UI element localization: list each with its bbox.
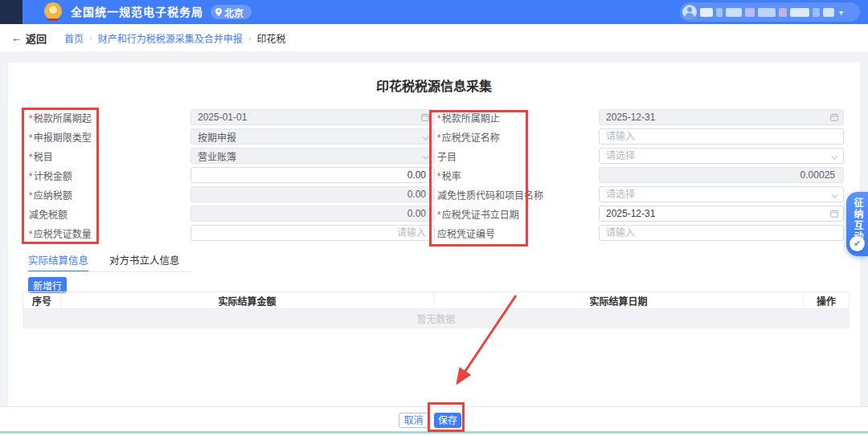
redacted-user-info: [745, 8, 755, 17]
required-mark: *: [437, 210, 441, 221]
form-row: *税目: [23, 146, 435, 165]
field-label: *应税凭证名称: [432, 130, 599, 144]
taxable-certificate-name-input[interactable]: [599, 128, 844, 145]
main-card: 印花税税源信息采集 *税款所属期起 *申报期限类型 *税目 *计税金额 *应纳: [8, 63, 860, 406]
detail-tabs: 实际结算信息 对方书立人信息: [28, 252, 180, 272]
add-row-button[interactable]: 新增行: [28, 277, 67, 293]
column-header-date: 实际结算日期: [434, 292, 804, 308]
corner-block: [0, 0, 23, 24]
field-label: *应税凭证数量: [23, 226, 190, 240]
field-label: 减免性质代码和项目名称: [432, 188, 599, 202]
page-title: 印花税税源信息采集: [8, 75, 860, 95]
required-mark: *: [437, 171, 441, 182]
form-row: *税款所属期起: [23, 108, 435, 127]
back-button[interactable]: ← 返回: [11, 31, 47, 46]
field-label: *计税金额: [23, 169, 190, 182]
page: 全国统一规范电子税务局 北京 ▾ ← 返回 首页 › 财产和行为税税源采: [0, 0, 868, 436]
field-label: *应纳税额: [23, 188, 190, 202]
settlement-table: 序号 实际结算金额 实际结算日期 操作 暂无数据: [23, 291, 850, 328]
user-account-area[interactable]: ▾: [680, 2, 860, 22]
tax-payable-input: [190, 186, 435, 202]
redacted-user-info: [700, 8, 713, 17]
column-header-amount: 实际结算金额: [61, 292, 434, 308]
tax-rate-input: [599, 167, 844, 183]
user-dropdown-caret-icon[interactable]: ▾: [839, 8, 843, 17]
column-header-operation: 操作: [804, 292, 850, 308]
form-row: *应税凭证书立日期: [432, 204, 844, 223]
back-arrow-icon: ←: [11, 32, 22, 44]
form-row: *应税凭证数量: [23, 223, 435, 242]
breadcrumb-separator: ›: [89, 33, 92, 43]
sub-item-select[interactable]: [599, 148, 844, 164]
table-header-row: 序号 实际结算金额 实际结算日期 操作: [23, 291, 850, 309]
tab-counterparty[interactable]: 对方书立人信息: [109, 252, 180, 272]
field-label: *申报期限类型: [23, 130, 190, 144]
required-mark: *: [437, 113, 441, 124]
redacted-user-info: [758, 8, 776, 17]
tab-actual-settlement[interactable]: 实际结算信息: [28, 252, 88, 272]
form-row: 应税凭证编号: [432, 223, 844, 242]
calendar-icon: [830, 113, 838, 121]
breadcrumb-collection[interactable]: 财产和行为税税源采集及合并申报: [98, 31, 243, 45]
field-label: *税目: [23, 149, 190, 163]
field-label: 应税凭证编号: [432, 226, 599, 240]
form-column-left: *税款所属期起 *申报期限类型 *税目 *计税金额 *应纳税额 减免: [23, 108, 435, 242]
form-row: *应税凭证名称: [432, 127, 844, 146]
cancel-button[interactable]: 取消: [399, 413, 428, 428]
required-mark: *: [29, 152, 33, 163]
tax-bureau-emblem-icon: [44, 2, 62, 20]
required-mark: *: [29, 113, 33, 124]
redacted-user-info: [823, 8, 834, 17]
form-row: 减免性质代码和项目名称: [432, 185, 844, 204]
tab-divider: [28, 271, 193, 272]
redacted-user-info: [779, 8, 787, 17]
redacted-user-info: [716, 8, 723, 17]
taxable-certificate-count-input[interactable]: [190, 225, 435, 241]
filing-period-type-select: [190, 128, 435, 145]
form-row: *税款所属期止: [432, 108, 844, 127]
breadcrumb-current: 印花税: [256, 31, 285, 45]
location-pin-icon: [215, 8, 222, 16]
redacted-user-info: [790, 8, 809, 17]
breadcrumb-bar: ← 返回 首页 › 财产和行为税税源采集及合并申报 › 印花税: [0, 24, 868, 51]
required-mark: *: [29, 229, 33, 240]
taxable-amount-input[interactable]: [190, 167, 435, 183]
required-mark: *: [29, 171, 33, 182]
save-button[interactable]: 保存: [434, 413, 461, 428]
field-label: *税款所属期止: [432, 111, 599, 124]
form-row: 子目: [432, 146, 844, 165]
app-title: 全国统一规范电子税务局: [71, 0, 203, 24]
breadcrumb: 首页 › 财产和行为税税源采集及合并申报 › 印花税: [64, 31, 285, 45]
form-column-right: *税款所属期止 *应税凭证名称 子目 *税率 减免性质代码和项目名称: [432, 108, 844, 242]
required-mark: *: [29, 190, 33, 202]
breadcrumb-separator: ›: [248, 33, 252, 43]
calendar-icon[interactable]: [830, 210, 838, 218]
location-label: 北京: [224, 6, 244, 19]
field-label: *应税凭证书立日期: [432, 207, 599, 221]
field-label: *税率: [432, 169, 599, 182]
certificate-date-input[interactable]: [599, 206, 844, 222]
required-mark: *: [29, 132, 33, 144]
breadcrumb-home[interactable]: 首页: [64, 31, 84, 45]
table-empty-state: 暂无数据: [23, 309, 850, 328]
form-row: *计税金额: [23, 165, 435, 185]
form-row: *税率: [432, 165, 844, 185]
calendar-icon: [421, 113, 429, 121]
user-avatar-icon: [682, 5, 697, 19]
column-header-index: 序号: [23, 292, 61, 308]
field-label: 减免税额: [23, 207, 190, 221]
certificate-number-input[interactable]: [599, 225, 844, 241]
form-row: 减免税额: [23, 204, 435, 223]
field-label: 子目: [432, 149, 599, 163]
tax-period-end-input: [599, 109, 844, 125]
form-row: *应纳税额: [23, 185, 435, 204]
tax-reduction-amount-input: [190, 206, 435, 222]
location-badge[interactable]: 北京: [211, 5, 252, 19]
form-row: *申报期限类型: [23, 127, 435, 146]
reduction-code-name-select[interactable]: [599, 186, 844, 202]
field-label: *税款所属期起: [23, 111, 190, 124]
redacted-user-info: [813, 8, 820, 17]
back-label: 返回: [26, 31, 47, 46]
tax-period-start-input: [190, 109, 435, 125]
interaction-chat-icon[interactable]: ✔: [850, 236, 865, 251]
